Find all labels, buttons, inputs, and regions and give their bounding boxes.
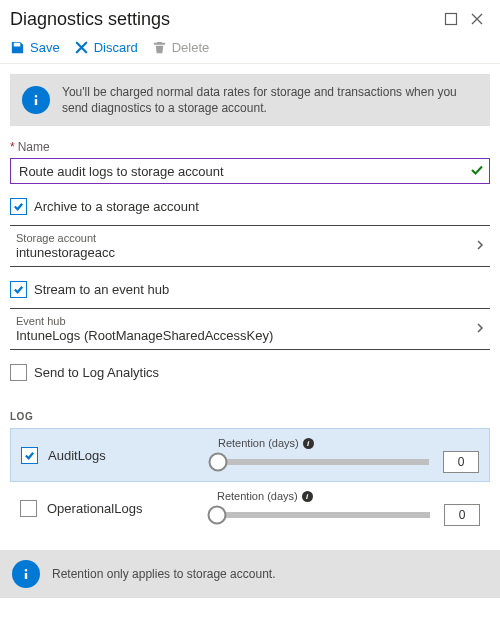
name-input[interactable] — [17, 163, 465, 180]
restore-window-button[interactable] — [438, 6, 464, 32]
delete-icon — [152, 40, 167, 55]
log-row-operationallogs[interactable]: OperationalLogs Retention (days) i 0 — [10, 482, 490, 534]
info-icon — [22, 86, 50, 114]
blade-body: You'll be charged normal data rates for … — [0, 64, 500, 633]
retention-info-banner: Retention only applies to storage accoun… — [0, 550, 500, 598]
svg-rect-0 — [446, 14, 457, 25]
retention-block: Retention (days) i 0 — [217, 490, 480, 526]
valid-check-icon — [470, 163, 484, 180]
close-button[interactable] — [464, 6, 490, 32]
log-row-auditlogs[interactable]: AuditLogs Retention (days) i 0 — [10, 428, 490, 482]
discard-button[interactable]: Discard — [74, 40, 138, 55]
required-star-icon: * — [10, 140, 15, 154]
event-hub-picker[interactable]: Event hub IntuneLogs (RootManageSharedAc… — [10, 308, 490, 350]
event-hub-picker-value: IntuneLogs (RootManageSharedAccessKey) — [16, 328, 474, 343]
archive-storage-label: Archive to a storage account — [34, 199, 199, 214]
stream-eventhub-label: Stream to an event hub — [34, 282, 169, 297]
log-name-label: AuditLogs — [48, 448, 208, 463]
checkbox-unchecked-icon — [10, 364, 27, 381]
close-icon — [470, 12, 484, 26]
slider-thumb-icon[interactable] — [209, 453, 228, 472]
log-section-header: LOG — [10, 411, 490, 422]
slider-thumb-icon[interactable] — [208, 506, 227, 525]
charge-info-banner: You'll be charged normal data rates for … — [10, 74, 490, 126]
retention-info-text: Retention only applies to storage accoun… — [52, 566, 275, 582]
name-input-wrap[interactable] — [10, 158, 490, 184]
retention-value-input[interactable]: 0 — [443, 451, 479, 473]
retention-block: Retention (days) i 0 — [218, 437, 479, 473]
save-icon — [10, 40, 25, 55]
log-name-label: OperationalLogs — [47, 501, 207, 516]
restore-icon — [444, 12, 458, 26]
archive-storage-checkbox[interactable]: Archive to a storage account — [10, 198, 490, 215]
name-field-label: *Name — [10, 140, 490, 154]
delete-button-label: Delete — [172, 40, 210, 55]
info-icon — [12, 560, 40, 588]
delete-button: Delete — [152, 40, 210, 55]
storage-account-picker[interactable]: Storage account intunestorageacc — [10, 225, 490, 267]
storage-account-picker-label: Storage account — [16, 232, 474, 244]
retention-label: Retention (days) i — [218, 437, 479, 449]
stream-eventhub-checkbox[interactable]: Stream to an event hub — [10, 281, 490, 298]
checkbox-checked-icon — [10, 281, 27, 298]
checkbox-checked-icon — [10, 198, 27, 215]
info-icon[interactable]: i — [303, 438, 314, 449]
storage-account-picker-value: intunestorageacc — [16, 245, 474, 260]
retention-label: Retention (days) i — [217, 490, 480, 502]
chevron-right-icon — [474, 322, 486, 337]
retention-slider[interactable] — [217, 512, 430, 518]
save-button-label: Save — [30, 40, 60, 55]
save-button[interactable]: Save — [10, 40, 60, 55]
charge-info-text: You'll be charged normal data rates for … — [62, 84, 478, 116]
send-log-analytics-label: Send to Log Analytics — [34, 365, 159, 380]
retention-slider[interactable] — [218, 459, 429, 465]
retention-value-input[interactable]: 0 — [444, 504, 480, 526]
page-title: Diagnostics settings — [10, 9, 438, 30]
chevron-right-icon — [474, 239, 486, 254]
checkbox-unchecked-icon[interactable] — [20, 500, 37, 517]
send-log-analytics-checkbox[interactable]: Send to Log Analytics — [10, 364, 490, 381]
info-icon[interactable]: i — [302, 491, 313, 502]
discard-icon — [74, 40, 89, 55]
command-bar: Save Discard Delete — [0, 34, 500, 64]
blade-header: Diagnostics settings — [0, 0, 500, 34]
checkbox-checked-icon[interactable] — [21, 447, 38, 464]
event-hub-picker-label: Event hub — [16, 315, 474, 327]
name-field: *Name — [10, 140, 490, 184]
discard-button-label: Discard — [94, 40, 138, 55]
